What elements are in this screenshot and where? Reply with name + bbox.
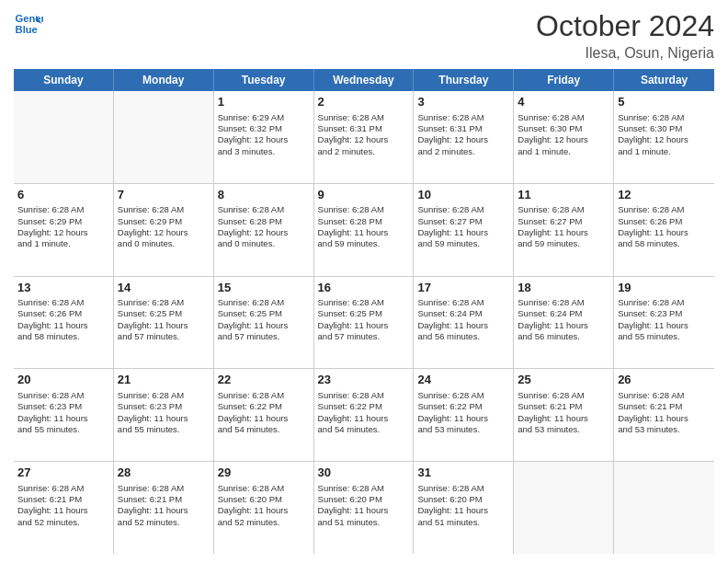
calendar-cell: 13Sunrise: 6:28 AM Sunset: 6:26 PM Dayli… xyxy=(14,277,114,369)
calendar-cell: 7Sunrise: 6:28 AM Sunset: 6:29 PM Daylig… xyxy=(114,184,214,276)
calendar-header: SundayMondayTuesdayWednesdayThursdayFrid… xyxy=(14,69,714,91)
calendar-cell: 1Sunrise: 6:29 AM Sunset: 6:32 PM Daylig… xyxy=(214,91,314,183)
day-info: Sunrise: 6:28 AM Sunset: 6:24 PM Dayligh… xyxy=(417,297,509,342)
day-number: 28 xyxy=(118,465,210,481)
day-number: 11 xyxy=(518,187,609,203)
day-number: 2 xyxy=(318,94,410,110)
calendar-cell: 31Sunrise: 6:28 AM Sunset: 6:20 PM Dayli… xyxy=(414,462,514,554)
day-info: Sunrise: 6:28 AM Sunset: 6:28 PM Dayligh… xyxy=(218,204,310,249)
day-number: 23 xyxy=(318,372,410,388)
weekday-header: Wednesday xyxy=(314,69,415,91)
calendar-cell: 24Sunrise: 6:28 AM Sunset: 6:22 PM Dayli… xyxy=(414,369,514,461)
calendar-cell: 2Sunrise: 6:28 AM Sunset: 6:31 PM Daylig… xyxy=(314,91,415,183)
main-container: General Blue October 2024 Ilesa, Osun, N… xyxy=(0,0,728,563)
day-info: Sunrise: 6:28 AM Sunset: 6:28 PM Dayligh… xyxy=(318,204,410,249)
day-info: Sunrise: 6:28 AM Sunset: 6:31 PM Dayligh… xyxy=(417,112,509,157)
day-number: 5 xyxy=(618,94,711,110)
day-info: Sunrise: 6:28 AM Sunset: 6:20 PM Dayligh… xyxy=(417,483,509,528)
calendar-cell: 28Sunrise: 6:28 AM Sunset: 6:21 PM Dayli… xyxy=(114,462,214,554)
weekday-header: Tuesday xyxy=(214,69,314,91)
day-number: 4 xyxy=(518,94,609,110)
day-number: 14 xyxy=(118,280,210,296)
calendar-cell: 30Sunrise: 6:28 AM Sunset: 6:20 PM Dayli… xyxy=(314,462,415,554)
day-number: 27 xyxy=(17,465,109,481)
calendar-cell: 10Sunrise: 6:28 AM Sunset: 6:27 PM Dayli… xyxy=(414,184,514,276)
day-number: 12 xyxy=(618,187,711,203)
day-number: 7 xyxy=(118,187,210,203)
calendar-cell: 22Sunrise: 6:28 AM Sunset: 6:22 PM Dayli… xyxy=(214,369,314,461)
calendar-body: 1Sunrise: 6:29 AM Sunset: 6:32 PM Daylig… xyxy=(14,91,714,554)
day-info: Sunrise: 6:28 AM Sunset: 6:22 PM Dayligh… xyxy=(218,390,310,435)
svg-text:General: General xyxy=(16,13,43,24)
day-info: Sunrise: 6:28 AM Sunset: 6:22 PM Dayligh… xyxy=(318,390,410,435)
day-info: Sunrise: 6:28 AM Sunset: 6:30 PM Dayligh… xyxy=(618,112,711,157)
calendar: SundayMondayTuesdayWednesdayThursdayFrid… xyxy=(14,69,714,554)
calendar-cell: 14Sunrise: 6:28 AM Sunset: 6:25 PM Dayli… xyxy=(114,277,214,369)
day-number: 30 xyxy=(318,465,410,481)
day-number: 3 xyxy=(417,94,509,110)
weekday-header: Sunday xyxy=(14,69,114,91)
weekday-header: Saturday xyxy=(614,69,714,91)
weekday-header: Friday xyxy=(514,69,614,91)
calendar-cell: 8Sunrise: 6:28 AM Sunset: 6:28 PM Daylig… xyxy=(214,184,314,276)
calendar-cell: 19Sunrise: 6:28 AM Sunset: 6:23 PM Dayli… xyxy=(614,277,714,369)
weekday-header: Monday xyxy=(114,69,214,91)
calendar-cell: 4Sunrise: 6:28 AM Sunset: 6:30 PM Daylig… xyxy=(514,91,614,183)
day-number: 1 xyxy=(218,94,310,110)
day-number: 8 xyxy=(218,187,310,203)
day-number: 21 xyxy=(118,372,210,388)
day-number: 25 xyxy=(518,372,609,388)
day-number: 15 xyxy=(218,280,310,296)
day-info: Sunrise: 6:28 AM Sunset: 6:23 PM Dayligh… xyxy=(17,390,109,435)
day-info: Sunrise: 6:28 AM Sunset: 6:21 PM Dayligh… xyxy=(618,390,711,435)
calendar-cell: 21Sunrise: 6:28 AM Sunset: 6:23 PM Dayli… xyxy=(114,369,214,461)
day-number: 17 xyxy=(417,280,509,296)
day-number: 24 xyxy=(417,372,509,388)
day-info: Sunrise: 6:28 AM Sunset: 6:30 PM Dayligh… xyxy=(518,112,609,157)
day-number: 16 xyxy=(318,280,410,296)
day-number: 19 xyxy=(618,280,711,296)
calendar-cell: 11Sunrise: 6:28 AM Sunset: 6:27 PM Dayli… xyxy=(514,184,614,276)
calendar-cell: 20Sunrise: 6:28 AM Sunset: 6:23 PM Dayli… xyxy=(14,369,114,461)
day-info: Sunrise: 6:28 AM Sunset: 6:21 PM Dayligh… xyxy=(17,483,109,528)
day-info: Sunrise: 6:28 AM Sunset: 6:23 PM Dayligh… xyxy=(118,390,210,435)
calendar-cell: 29Sunrise: 6:28 AM Sunset: 6:20 PM Dayli… xyxy=(214,462,314,554)
day-info: Sunrise: 6:28 AM Sunset: 6:20 PM Dayligh… xyxy=(218,483,310,528)
day-info: Sunrise: 6:28 AM Sunset: 6:21 PM Dayligh… xyxy=(518,390,609,435)
calendar-row: 20Sunrise: 6:28 AM Sunset: 6:23 PM Dayli… xyxy=(14,369,714,462)
day-info: Sunrise: 6:28 AM Sunset: 6:26 PM Dayligh… xyxy=(17,297,109,342)
title-area: October 2024 Ilesa, Osun, Nigeria xyxy=(536,9,714,62)
calendar-cell xyxy=(614,462,714,554)
day-info: Sunrise: 6:28 AM Sunset: 6:25 PM Dayligh… xyxy=(218,297,310,342)
day-info: Sunrise: 6:28 AM Sunset: 6:25 PM Dayligh… xyxy=(118,297,210,342)
calendar-row: 13Sunrise: 6:28 AM Sunset: 6:26 PM Dayli… xyxy=(14,277,714,370)
day-info: Sunrise: 6:28 AM Sunset: 6:27 PM Dayligh… xyxy=(518,204,609,249)
calendar-cell xyxy=(114,91,214,183)
logo: General Blue xyxy=(14,9,43,39)
calendar-cell: 15Sunrise: 6:28 AM Sunset: 6:25 PM Dayli… xyxy=(214,277,314,369)
calendar-cell: 5Sunrise: 6:28 AM Sunset: 6:30 PM Daylig… xyxy=(614,91,714,183)
calendar-cell xyxy=(14,91,114,183)
calendar-row: 1Sunrise: 6:29 AM Sunset: 6:32 PM Daylig… xyxy=(14,91,714,184)
calendar-cell: 25Sunrise: 6:28 AM Sunset: 6:21 PM Dayli… xyxy=(514,369,614,461)
day-info: Sunrise: 6:28 AM Sunset: 6:24 PM Dayligh… xyxy=(518,297,609,342)
calendar-cell: 17Sunrise: 6:28 AM Sunset: 6:24 PM Dayli… xyxy=(414,277,514,369)
day-info: Sunrise: 6:28 AM Sunset: 6:29 PM Dayligh… xyxy=(17,204,109,249)
day-info: Sunrise: 6:29 AM Sunset: 6:32 PM Dayligh… xyxy=(218,112,310,157)
calendar-cell: 27Sunrise: 6:28 AM Sunset: 6:21 PM Dayli… xyxy=(14,462,114,554)
day-number: 9 xyxy=(318,187,410,203)
day-info: Sunrise: 6:28 AM Sunset: 6:25 PM Dayligh… xyxy=(318,297,410,342)
day-number: 6 xyxy=(17,187,109,203)
calendar-cell: 9Sunrise: 6:28 AM Sunset: 6:28 PM Daylig… xyxy=(314,184,415,276)
calendar-cell: 16Sunrise: 6:28 AM Sunset: 6:25 PM Dayli… xyxy=(314,277,415,369)
calendar-row: 6Sunrise: 6:28 AM Sunset: 6:29 PM Daylig… xyxy=(14,184,714,277)
day-info: Sunrise: 6:28 AM Sunset: 6:26 PM Dayligh… xyxy=(618,204,711,249)
logo-icon: General Blue xyxy=(14,9,43,39)
day-number: 10 xyxy=(417,187,509,203)
calendar-cell: 3Sunrise: 6:28 AM Sunset: 6:31 PM Daylig… xyxy=(414,91,514,183)
day-number: 18 xyxy=(518,280,609,296)
day-number: 31 xyxy=(417,465,509,481)
day-number: 13 xyxy=(17,280,109,296)
calendar-cell: 23Sunrise: 6:28 AM Sunset: 6:22 PM Dayli… xyxy=(314,369,415,461)
weekday-header: Thursday xyxy=(414,69,514,91)
